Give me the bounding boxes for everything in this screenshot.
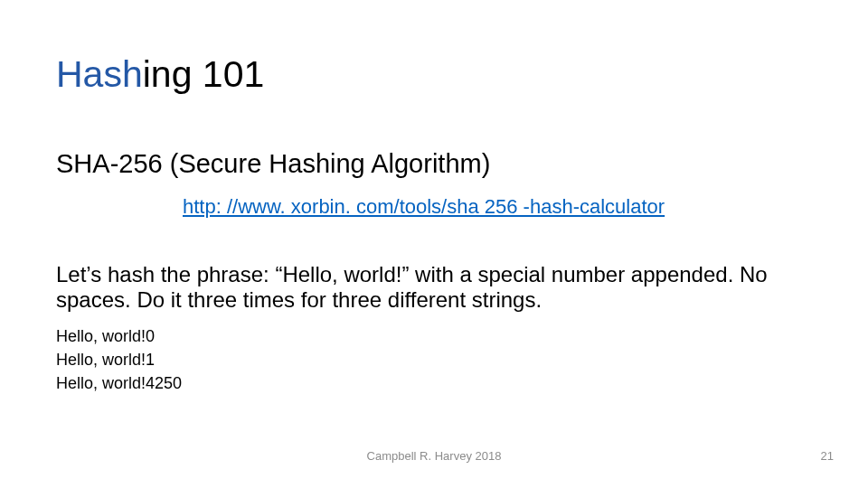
calculator-link[interactable]: http: //www. xorbin. com/tools/sha 256 -… <box>183 195 665 218</box>
slide: Hashing 101 SHA-256 (Secure Hashing Algo… <box>0 0 868 488</box>
footer-page-number: 21 <box>821 449 834 463</box>
example-line: Hello, world!4250 <box>56 371 182 395</box>
title-rest: ing 101 <box>143 53 265 95</box>
example-line: Hello, world!1 <box>56 348 182 371</box>
slide-title: Hashing 101 <box>56 54 264 95</box>
body-paragraph: Let’s hash the phrase: “Hello, world!” w… <box>56 262 818 314</box>
examples-list: Hello, world!0 Hello, world!1 Hello, wor… <box>56 324 182 395</box>
slide-subtitle: SHA-256 (Secure Hashing Algorithm) <box>56 149 490 179</box>
example-line: Hello, world!0 <box>56 324 182 348</box>
link-line: http: //www. xorbin. com/tools/sha 256 -… <box>183 195 665 219</box>
footer-author: Campbell R. Harvey 2018 <box>0 449 868 463</box>
title-accent: Hash <box>56 53 143 95</box>
